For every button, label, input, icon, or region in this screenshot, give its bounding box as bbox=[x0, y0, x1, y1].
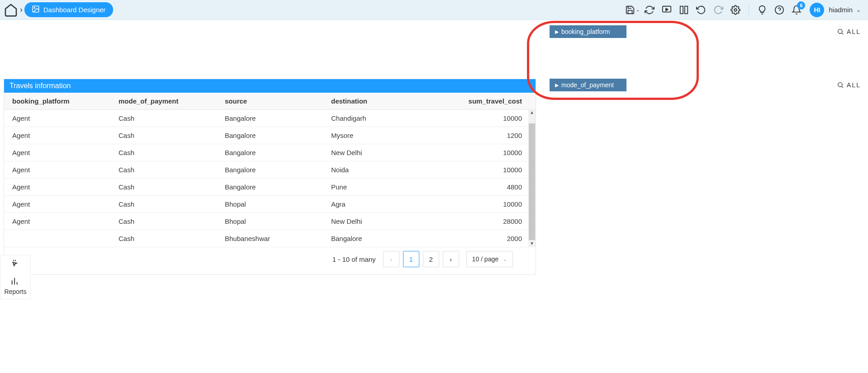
svg-line-12 bbox=[842, 33, 843, 34]
breadcrumb-label: Dashboard Designer bbox=[43, 6, 106, 14]
search-icon bbox=[837, 81, 844, 89]
col-header-source[interactable]: source bbox=[217, 93, 323, 110]
prev-page-button[interactable]: ‹ bbox=[383, 251, 399, 267]
page-size-label: 10 / page bbox=[472, 255, 498, 263]
cell-source: Bangalore bbox=[217, 161, 323, 179]
cell-destination: Agra bbox=[323, 196, 429, 213]
svg-point-13 bbox=[838, 83, 842, 87]
filter-scope-mode-of-payment[interactable]: ALL bbox=[837, 81, 861, 89]
cell-destination: Noida bbox=[323, 161, 429, 179]
notification-badge: 6 bbox=[797, 1, 805, 9]
svg-point-5 bbox=[735, 9, 737, 11]
cell-mode-of-payment: Cash bbox=[110, 179, 217, 196]
vertical-scrollbar[interactable]: ▴ ▾ bbox=[528, 109, 536, 247]
refresh-button[interactable] bbox=[642, 2, 657, 18]
table-row[interactable]: Agent Cash Bangalore Mysore 1200 bbox=[4, 127, 536, 144]
scroll-up-icon[interactable]: ▴ bbox=[531, 109, 533, 116]
filter-scope-booking-platform[interactable]: ALL bbox=[837, 28, 861, 35]
undo-button[interactable] bbox=[693, 2, 709, 18]
page-1-button[interactable]: 1 bbox=[403, 251, 419, 267]
scroll-down-icon[interactable]: ▾ bbox=[531, 240, 533, 247]
breadcrumb-current[interactable]: Dashboard Designer bbox=[24, 2, 113, 17]
interactive-button[interactable] bbox=[10, 259, 20, 271]
col-header-booking-platform[interactable]: booking_platform bbox=[4, 93, 110, 110]
svg-rect-3 bbox=[680, 6, 683, 14]
cell-destination: Chandigarh bbox=[323, 110, 429, 127]
cell-booking-platform: Agent bbox=[4, 144, 110, 161]
cell-booking-platform: Agent bbox=[4, 213, 110, 230]
breadcrumb: › Dashboard Designer bbox=[4, 0, 113, 19]
reports-label: Reports bbox=[4, 288, 26, 295]
svg-line-14 bbox=[842, 86, 843, 88]
travels-card: Travels information booking_platform mod… bbox=[4, 79, 536, 275]
cell-source: Bangalore bbox=[217, 127, 323, 144]
table-row[interactable]: Agent Cash Bangalore Pune 4800 bbox=[4, 179, 536, 196]
svg-point-1 bbox=[34, 7, 35, 8]
cell-destination: Pune bbox=[323, 179, 429, 196]
cell-booking-platform: Agent bbox=[4, 179, 110, 196]
cell-mode-of-payment: Cash bbox=[110, 161, 217, 179]
cell-sum-travel-cost: 2000 bbox=[429, 230, 536, 247]
caret-right-icon: ▶ bbox=[555, 82, 559, 88]
username[interactable]: hiadmin bbox=[829, 6, 853, 14]
table-row[interactable]: Cash Bhubaneshwar Bangalore 2000 bbox=[4, 230, 536, 247]
page-2-button[interactable]: 2 bbox=[423, 251, 439, 267]
save-dropdown-button[interactable]: ⌄ bbox=[625, 2, 640, 18]
bulb-button[interactable] bbox=[754, 2, 770, 18]
app-header: › Dashboard Designer ⌄ bbox=[0, 0, 868, 20]
settings-button[interactable] bbox=[728, 2, 743, 18]
filter-chip-label: booking_platform bbox=[561, 28, 610, 35]
cell-booking-platform: Agent bbox=[4, 127, 110, 144]
cell-destination: Mysore bbox=[323, 127, 429, 144]
avatar[interactable]: HI bbox=[810, 3, 824, 17]
layout-button[interactable] bbox=[676, 2, 692, 18]
notifications-button[interactable]: 6 bbox=[789, 2, 804, 18]
home-icon[interactable] bbox=[4, 3, 18, 17]
help-button[interactable] bbox=[772, 2, 787, 18]
filter-chip-booking-platform[interactable]: ▶ booking_platform bbox=[550, 25, 626, 38]
scroll-thumb[interactable] bbox=[529, 123, 535, 240]
next-page-button[interactable]: › bbox=[443, 251, 459, 267]
cell-source: Bangalore bbox=[217, 144, 323, 161]
redo-button[interactable] bbox=[711, 2, 726, 18]
image-icon bbox=[32, 5, 40, 14]
filter-row-booking-platform: ▶ booking_platform ALL bbox=[550, 25, 861, 38]
col-header-destination[interactable]: destination bbox=[323, 93, 429, 110]
cell-mode-of-payment: Cash bbox=[110, 230, 217, 247]
table-row[interactable]: Agent Cash Bhopal New Delhi 28000 bbox=[4, 213, 536, 230]
filter-chip-mode-of-payment[interactable]: ▶ mode_of_payment bbox=[550, 79, 626, 91]
cell-destination: New Delhi bbox=[323, 144, 429, 161]
cell-booking-platform bbox=[4, 230, 110, 247]
filter-chip-label: mode_of_payment bbox=[561, 81, 614, 89]
toolbar-separator bbox=[749, 4, 749, 16]
table-row[interactable]: Agent Cash Bangalore Chandigarh 10000 bbox=[4, 110, 536, 127]
filters-panel: ▶ booking_platform ALL ▶ mode_of_payment… bbox=[536, 20, 868, 373]
cell-sum-travel-cost: 1200 bbox=[429, 127, 536, 144]
col-header-sum-travel-cost[interactable]: sum_travel_cost bbox=[429, 93, 536, 110]
card-title: Travels information bbox=[4, 79, 536, 93]
table-row[interactable]: Agent Cash Bangalore New Delhi 10000 bbox=[4, 144, 536, 161]
table-row[interactable]: Agent Cash Bangalore Noida 10000 bbox=[4, 161, 536, 179]
filter-row-mode-of-payment: ▶ mode_of_payment ALL bbox=[550, 79, 861, 91]
cell-source: Bangalore bbox=[217, 179, 323, 196]
present-button[interactable] bbox=[659, 2, 674, 18]
chevron-down-icon[interactable]: ⌄ bbox=[856, 7, 861, 13]
cell-mode-of-payment: Cash bbox=[110, 196, 217, 213]
filter-scope-label: ALL bbox=[847, 28, 861, 35]
pagination: 1 - 10 of many ‹ 1 2 › 10 / page ⌄ bbox=[4, 247, 536, 274]
cell-booking-platform: Agent bbox=[4, 161, 110, 179]
table-row[interactable]: Agent Cash Bhopal Agra 10000 bbox=[4, 196, 536, 213]
cell-booking-platform: Agent bbox=[4, 196, 110, 213]
reports-button[interactable]: Reports bbox=[4, 276, 26, 295]
cell-mode-of-payment: Cash bbox=[110, 110, 217, 127]
cell-mode-of-payment: Cash bbox=[110, 213, 217, 230]
side-toolbar: Reports bbox=[0, 255, 31, 299]
cell-destination: New Delhi bbox=[323, 213, 429, 230]
cell-sum-travel-cost: 4800 bbox=[429, 179, 536, 196]
col-header-mode-of-payment[interactable]: mode_of_payment bbox=[110, 93, 217, 110]
cell-mode-of-payment: Cash bbox=[110, 127, 217, 144]
page-size-select[interactable]: 10 / page ⌄ bbox=[466, 251, 513, 267]
cell-source: Bangalore bbox=[217, 110, 323, 127]
cell-mode-of-payment: Cash bbox=[110, 144, 217, 161]
cell-source: Bhubaneshwar bbox=[217, 230, 323, 247]
